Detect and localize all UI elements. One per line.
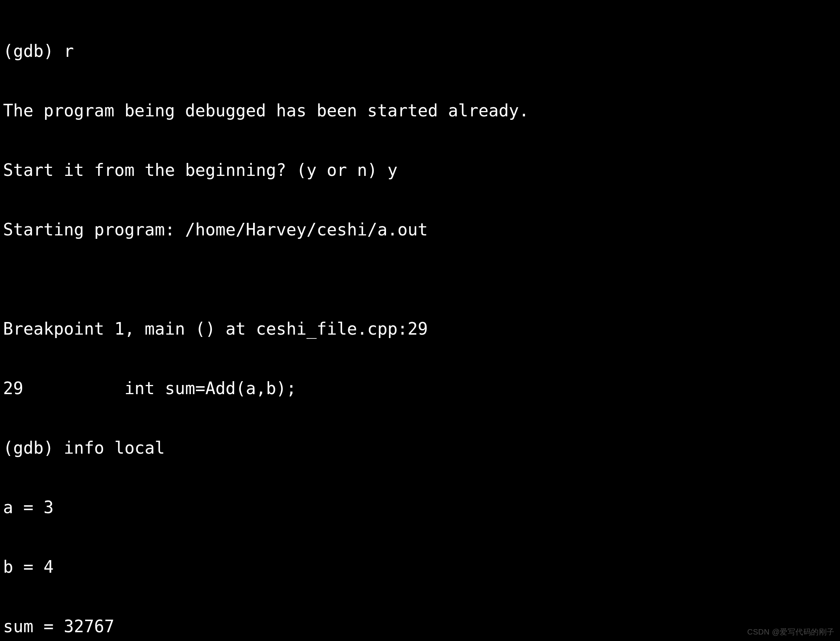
terminal-line: Starting program: /home/Harvey/ceshi/a.o… (3, 220, 837, 240)
terminal-line: a = 3 (3, 498, 837, 517)
watermark-text: CSDN @爱写代码的刚子 (747, 627, 835, 637)
terminal-line: The program being debugged has been star… (3, 101, 837, 121)
terminal-line: (gdb) r (3, 41, 837, 61)
terminal-line: 29 int sum=Add(a,b); (3, 378, 837, 398)
terminal-line: sum = 32767 (3, 617, 837, 636)
terminal-line: Start it from the beginning? (y or n) y (3, 160, 837, 180)
terminal-line: (gdb) info local (3, 438, 837, 458)
terminal-line: b = 4 (3, 557, 837, 577)
terminal-line: Breakpoint 1, main () at ceshi_file.cpp:… (3, 319, 837, 339)
gdb-terminal[interactable]: (gdb) r The program being debugged has b… (0, 0, 840, 641)
